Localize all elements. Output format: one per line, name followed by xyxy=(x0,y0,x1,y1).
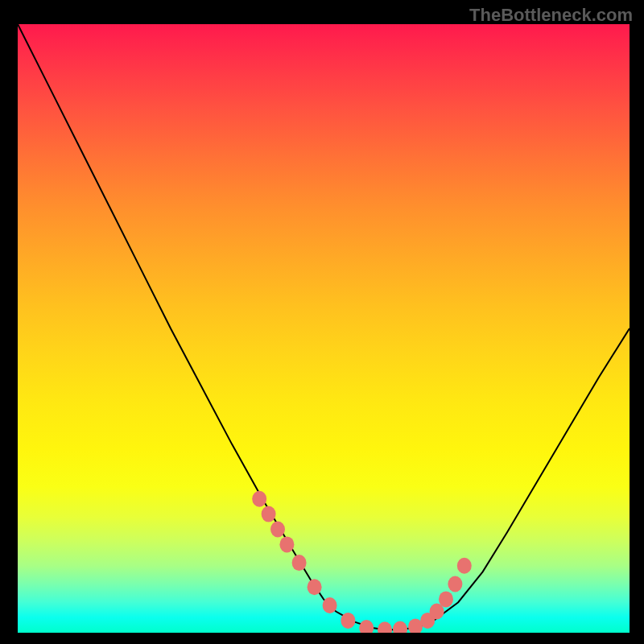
data-point xyxy=(457,558,472,574)
data-point xyxy=(323,597,337,613)
data-point xyxy=(308,579,322,595)
data-point xyxy=(252,491,266,507)
bottleneck-curve xyxy=(18,24,630,630)
chart-svg xyxy=(18,24,630,633)
data-point xyxy=(359,620,374,633)
data-point xyxy=(279,536,294,552)
plot-area xyxy=(18,24,630,633)
chart-container: TheBottleneck.com xyxy=(0,0,644,644)
data-point xyxy=(270,522,285,538)
watermark-text: TheBottleneck.com xyxy=(469,5,633,26)
data-point xyxy=(262,506,276,522)
data-point xyxy=(448,576,462,592)
data-point xyxy=(378,621,392,633)
points-group xyxy=(252,491,472,633)
data-point xyxy=(341,613,355,629)
curve-group xyxy=(18,24,630,630)
data-point xyxy=(393,621,407,634)
data-point xyxy=(292,555,307,571)
data-point xyxy=(439,591,453,607)
